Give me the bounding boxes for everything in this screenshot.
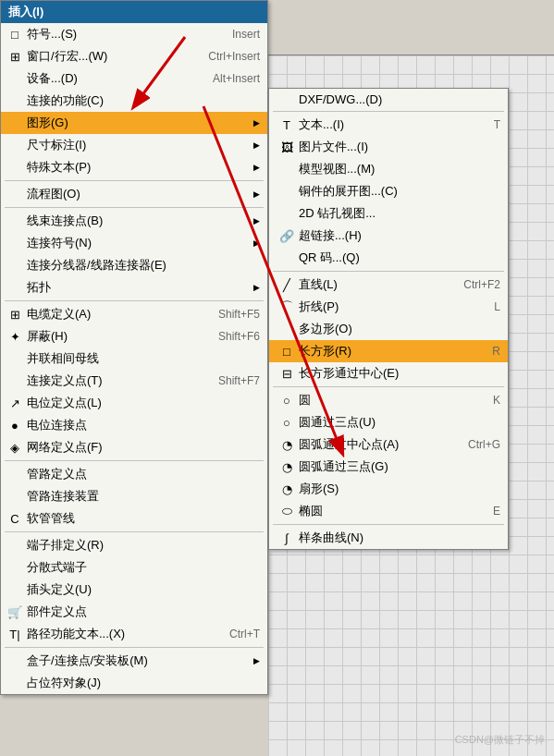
arc-3pt-icon: ◔ [278, 460, 295, 474]
menu-item-graphic[interactable]: 图形(G) [1, 112, 267, 134]
menu-item-dimension[interactable]: 尺寸标注(I) [1, 134, 267, 156]
circle-icon: ○ [278, 394, 295, 408]
arc-center-icon: ◔ [278, 438, 295, 452]
menu-item-device-shortcut: Alt+Insert [213, 72, 260, 85]
sub-menu-item-circle-shortcut: K [493, 394, 500, 407]
sub-menu-item-image[interactable]: 🖼 图片文件...(I) [269, 136, 508, 158]
sub-menu-item-line[interactable]: ╱ 直线(L) Ctrl+F2 [269, 274, 508, 296]
menu-item-distributed[interactable]: 分散式端子 [1, 556, 267, 579]
menu-item-device[interactable]: 设备...(D) Alt+Insert [1, 67, 267, 90]
sep6 [5, 647, 264, 648]
menu-item-path-text-label: 路径功能文本...(X) [27, 626, 211, 642]
sub-menu-item-hyperlink-label: 超链接...(H) [299, 227, 500, 244]
menu-item-window-macro-label: 窗口/行宏...(W) [27, 48, 190, 65]
menu-item-placeholder-label: 占位符对象(J) [27, 675, 260, 691]
menu-item-distributed-label: 分散式端子 [27, 559, 260, 576]
menu-item-connected-func-label: 连接的功能(C) [27, 92, 260, 109]
sub-menu-item-circle-3pt[interactable]: ○ 圆通过三点(U) [269, 411, 508, 433]
menu-item-device-label: 设备...(D) [27, 70, 194, 87]
menu-item-box-conn-label: 盒子/连接点/安装板(M) [27, 652, 246, 669]
menu-item-connected-func[interactable]: 连接的功能(C) [1, 90, 267, 112]
sub-menu-item-hyperlink[interactable]: 🔗 超链接...(H) [269, 225, 508, 247]
menu-item-symbol-shortcut: Insert [232, 28, 260, 41]
menu-item-conn-def[interactable]: 连接定义点(T) Shift+F7 [1, 370, 267, 392]
cable-def-icon: ⊞ [6, 308, 23, 322]
sub-menu-item-circle-3pt-label: 圆通过三点(U) [299, 414, 500, 431]
sep3 [5, 300, 264, 301]
menu-item-shield[interactable]: ✦ 屏蔽(H) Shift+F6 [1, 325, 267, 348]
menu-item-window-macro-shortcut: Ctrl+Insert [208, 50, 260, 63]
spline-icon: ∫ [278, 531, 295, 545]
sub-menu-item-drill-2d[interactable]: 2D 钻孔视图... [269, 202, 508, 225]
menu-item-flowchart[interactable]: 流程图(O) [1, 183, 267, 205]
menu-item-plug-def[interactable]: 插头定义(U) [1, 579, 267, 601]
sub-menu-item-arc-center-label: 圆弧通过中心点(A) [299, 436, 449, 453]
menu-item-cable-def[interactable]: ⊞ 电缆定义(A) Shift+F5 [1, 303, 267, 325]
sub-menu-item-polyline-label: 折线(P) [299, 299, 475, 315]
image-icon: 🖼 [278, 140, 295, 154]
sub-menu-item-rectangle[interactable]: □ 长方形(R) R [269, 340, 508, 362]
menu-item-symbol[interactable]: □ 符号...(S) Insert [1, 23, 267, 45]
sub-menu-item-circle[interactable]: ○ 圆 K [269, 389, 508, 411]
sub-menu-item-arc-3pt[interactable]: ◔ 圆弧通过三点(G) [269, 456, 508, 478]
menu-item-hose-label: 软管管线 [27, 510, 260, 527]
menu-item-graphic-label: 图形(G) [27, 115, 246, 131]
sub-menu-item-dxf-label: DXF/DWG...(D) [299, 92, 500, 106]
sub-menu-item-sector[interactable]: ◔ 扇形(S) [269, 478, 508, 500]
sub-menu-item-rect-center-label: 长方形通过中心(E) [299, 365, 500, 382]
sub-menu-item-rectangle-shortcut: R [492, 345, 500, 358]
sub-menu-item-qr[interactable]: QR 码...(Q) [269, 247, 508, 269]
menu-item-wire-conn[interactable]: 线束连接点(B) [1, 210, 267, 232]
sector-icon: ◔ [278, 482, 295, 496]
sub-menu-item-sector-label: 扇形(S) [299, 481, 500, 497]
sub-menu-item-dxf[interactable]: DXF/DWG...(D) [269, 89, 508, 109]
menu-item-window-macro[interactable]: ⊞ 窗口/行宏...(W) Ctrl+Insert [1, 45, 267, 67]
rect-center-icon: ⊟ [278, 367, 295, 381]
path-text-icon: T| [6, 628, 23, 641]
menu-item-potential-conn[interactable]: ● 电位连接点 [1, 414, 267, 436]
sub-menu-item-arc-center[interactable]: ◔ 圆弧通过中心点(A) Ctrl+G [269, 433, 508, 456]
window-macro-icon: ⊞ [6, 50, 23, 64]
menu-item-net-def[interactable]: ◈ 网络定义点(F) [1, 436, 267, 458]
menu-item-potential[interactable]: ↗ 电位定义点(L) [1, 392, 267, 414]
menu-item-conn-symbol-label: 连接符号(N) [27, 235, 246, 251]
menu-item-hose[interactable]: C 软管管线 [1, 507, 267, 530]
sub-menu-item-line-shortcut: Ctrl+F2 [463, 278, 500, 291]
sub-menu-item-text-label: 文本...(I) [299, 116, 475, 133]
net-def-icon: ◈ [6, 441, 23, 455]
sub-menu-item-spline[interactable]: ∫ 样条曲线(N) [269, 527, 508, 549]
shield-icon: ✦ [6, 330, 23, 344]
menu-item-parallel[interactable]: 并联相间母线 [1, 348, 267, 370]
menu-item-pipe-conn[interactable]: 管路连接装置 [1, 485, 267, 507]
sub-menu-item-line-label: 直线(L) [299, 276, 445, 293]
sub-menu-item-polygon[interactable]: 多边形(O) [269, 318, 508, 340]
sub-sep2 [273, 271, 504, 272]
symbol-icon: □ [6, 28, 23, 42]
menu-item-box-conn[interactable]: 盒子/连接点/安装板(M) [1, 650, 267, 672]
sub-menu-item-copper-expand-label: 铜件的展开图...(C) [299, 183, 500, 200]
sub-menu-item-polyline[interactable]: ⌒ 折线(P) L [269, 296, 508, 318]
sub-menu-item-ellipse[interactable]: ⬭ 椭圆 E [269, 500, 508, 522]
menu-item-pipe-def[interactable]: 管路定义点 [1, 463, 267, 485]
menu-item-conn-symbol[interactable]: 连接符号(N) [1, 232, 267, 254]
sub-menu-item-arc-center-shortcut: Ctrl+G [468, 438, 500, 451]
menu-item-placeholder[interactable]: 占位符对象(J) [1, 672, 267, 694]
sub-menu-item-text[interactable]: T 文本...(I) T [269, 114, 508, 136]
sub-menu-item-copper-expand[interactable]: 铜件的展开图...(C) [269, 180, 508, 202]
menu-item-net-def-label: 网络定义点(F) [27, 439, 260, 456]
menu-item-symbol-label: 符号...(S) [27, 26, 214, 43]
menu-item-conn-divider[interactable]: 连接分线器/线路连接器(E) [1, 254, 267, 276]
menu-item-wire-conn-label: 线束连接点(B) [27, 213, 246, 229]
menu-item-special-text[interactable]: 特殊文本(P) [1, 156, 267, 178]
line-icon: ╱ [278, 278, 295, 292]
menu-item-terminal[interactable]: 端子排定义(R) [1, 534, 267, 556]
sub-menu-item-rect-center[interactable]: ⊟ 长方形通过中心(E) [269, 362, 508, 384]
sep2 [5, 207, 264, 208]
menu-item-topology[interactable]: 拓扑 [1, 276, 267, 299]
menu-item-part-def[interactable]: 🛒 部件定义点 [1, 601, 267, 623]
sub-menu-item-ellipse-label: 椭圆 [299, 503, 474, 519]
menu-item-path-text[interactable]: T| 路径功能文本...(X) Ctrl+T [1, 623, 267, 645]
sub-menu-item-model-view[interactable]: 模型视图...(M) [269, 158, 508, 180]
sub-menu-item-polygon-label: 多边形(O) [299, 321, 500, 337]
insert-menu-header[interactable]: 插入(I) [1, 1, 267, 23]
